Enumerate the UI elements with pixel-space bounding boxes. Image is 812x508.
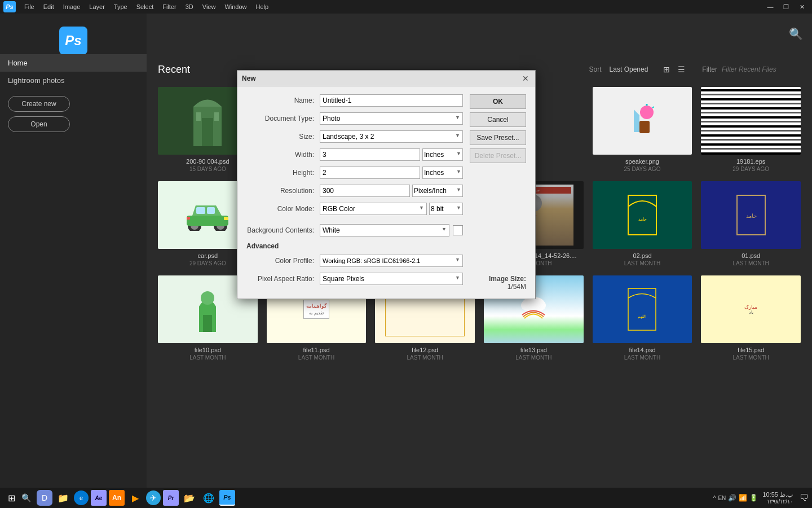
start-button[interactable]: ⊞	[3, 490, 19, 506]
open-button[interactable]: Open	[8, 116, 70, 132]
thumb-blue-poster: حامد	[734, 192, 768, 238]
sort-value[interactable]: Last Opened	[610, 65, 648, 73]
name-input[interactable]	[320, 94, 463, 107]
width-input[interactable]	[320, 148, 420, 161]
notification-button[interactable]: 🗨	[800, 493, 809, 503]
doc-type-label: Document Type:	[246, 115, 320, 122]
taskbar-premiere[interactable]: Pr	[163, 490, 179, 506]
pixel-ratio-select-wrapper: Square Pixels	[320, 273, 463, 285]
svg-rect-2	[196, 112, 201, 121]
file-item[interactable]: speaker.png 25 DAYS AGO	[593, 87, 692, 172]
bg-contents-select[interactable]: White Black Background Color Transparent	[320, 224, 449, 237]
dialog-form: Name: Document Type: Photo Size:	[246, 94, 463, 291]
height-input[interactable]	[320, 167, 420, 179]
sidebar-item-lightroom[interactable]: Lightroom photos	[0, 72, 147, 89]
resolution-row: Resolution: Pixels/Inch Pixels/Cm	[246, 185, 463, 197]
height-unit-select[interactable]: Inches Pixels	[422, 167, 463, 179]
menu-3d[interactable]: 3D	[182, 2, 197, 11]
pixel-ratio-select[interactable]: Square Pixels	[320, 273, 463, 285]
bg-select-wrapper: White Black Background Color Transparent	[320, 224, 449, 237]
menu-type[interactable]: Type	[110, 2, 131, 11]
tray-network[interactable]: 📶	[739, 494, 747, 502]
menu-layer[interactable]: Layer	[85, 2, 109, 11]
save-preset-button[interactable]: Save Preset...	[470, 130, 526, 145]
file-date: LAST MONTH	[733, 260, 769, 266]
menu-file[interactable]: File	[20, 2, 38, 11]
menu-image[interactable]: Image	[59, 2, 85, 11]
taskbar-animate[interactable]: An	[109, 490, 125, 506]
menu-edit[interactable]: Edit	[39, 2, 58, 11]
resolution-unit-select[interactable]: Pixels/Inch Pixels/Cm	[412, 185, 463, 197]
svg-rect-14	[207, 207, 215, 214]
doc-type-select[interactable]: Photo	[320, 112, 463, 125]
file-item[interactable]: حامد 01.psd LAST MONTH	[701, 181, 801, 266]
tray-lang[interactable]: EN	[718, 495, 726, 501]
list-view-button[interactable]: ☰	[675, 63, 687, 76]
color-profile-select-wrapper: Working RGB: sRGB IEC61966-2.1	[320, 255, 463, 267]
minimize-button[interactable]: —	[762, 0, 778, 14]
taskbar-ps[interactable]: Ps	[219, 490, 235, 506]
taskbar-apps: D 📁 e Ae An ▶ ✈ Pr 📂 🌐 Ps	[37, 489, 235, 506]
taskbar-edge[interactable]: e	[74, 491, 89, 505]
svg-point-38	[201, 291, 214, 305]
new-document-dialog: New ✕ Name: Document Type: Photo	[237, 70, 536, 299]
file-item[interactable]: 19181.eps 29 DAYS AGO	[701, 87, 801, 172]
color-profile-label: Color Profile:	[246, 257, 320, 265]
color-profile-select[interactable]: Working RGB: sRGB IEC61966-2.1	[320, 255, 463, 267]
clock-date: ۱۳۹۸/۱۲/۱۰	[767, 498, 793, 505]
file-item[interactable]: اللهم file14.psd LAST MONTH	[593, 275, 692, 361]
color-mode-select-wrapper: RGB Color CMYK Color Grayscale	[320, 203, 427, 215]
height-row: Height: Inches Pixels	[246, 167, 463, 179]
create-new-button[interactable]: Create new	[8, 96, 70, 112]
tray-volume[interactable]: 🔊	[728, 494, 736, 502]
global-search-icon[interactable]: 🔍	[789, 27, 803, 41]
doc-type-select-wrapper: Photo	[320, 112, 463, 125]
file-name: file15.psd	[701, 347, 801, 353]
taskbar-files[interactable]: 📂	[181, 489, 198, 506]
file-date: 29 DAYS AGO	[732, 166, 769, 172]
taskbar-ae[interactable]: Ae	[91, 490, 107, 506]
file-item[interactable]: مبارک باد file15.psd LAST MONTH	[701, 275, 801, 361]
bg-color-swatch[interactable]	[453, 225, 463, 235]
menu-help[interactable]: Help	[252, 2, 273, 11]
taskbar-discord[interactable]: D	[37, 490, 52, 506]
color-mode-select[interactable]: RGB Color CMYK Color Grayscale	[320, 203, 427, 215]
color-mode-row: Color Mode: RGB Color CMYK Color Graysca…	[246, 203, 463, 215]
size-select[interactable]: Landscape, 3 x 2	[320, 130, 463, 143]
grid-view-button[interactable]: ⊞	[660, 63, 673, 76]
file-name: speaker.png	[593, 158, 692, 165]
file-thumbnail: اللهم	[593, 275, 692, 343]
close-button[interactable]: ✕	[794, 0, 810, 14]
taskbar-clock[interactable]: 10:55 ب.ظ ۱۳۹۸/۱۲/۱۰	[762, 491, 793, 505]
clock-time: 10:55 ب.ظ	[762, 491, 793, 498]
dialog-close-button[interactable]: ✕	[520, 73, 531, 84]
file-name: file13.psd	[484, 347, 584, 353]
bit-depth-select[interactable]: 8 bit 16 bit 32 bit	[429, 203, 463, 215]
taskbar-explorer[interactable]: 📁	[55, 489, 72, 506]
taskbar-chrome[interactable]: 🌐	[200, 489, 217, 506]
delete-preset-button[interactable]: Delete Preset...	[470, 148, 526, 163]
maximize-button[interactable]: ❐	[778, 0, 794, 14]
resolution-input[interactable]	[320, 185, 410, 197]
width-unit-select[interactable]: Inches Pixels Centimeters	[422, 148, 463, 161]
menu-window[interactable]: Window	[220, 2, 250, 11]
taskbar-search-button[interactable]: 🔍	[21, 493, 31, 502]
file-date: LAST MONTH	[624, 260, 660, 266]
file-item[interactable]: حامد 02.psd LAST MONTH	[593, 181, 692, 266]
width-label: Width:	[246, 151, 320, 159]
svg-point-5	[640, 106, 654, 119]
cancel-button[interactable]: Cancel	[470, 112, 526, 127]
file-date: LAST MONTH	[407, 354, 443, 361]
sidebar-item-home[interactable]: Home	[0, 54, 147, 72]
tray-battery[interactable]: 🔋	[749, 494, 758, 502]
ok-button[interactable]: OK	[470, 94, 526, 109]
taskbar-telegram[interactable]: ✈	[146, 491, 161, 505]
filter-input[interactable]	[722, 65, 801, 73]
tray-chevron[interactable]: ^	[713, 495, 716, 501]
menu-view[interactable]: View	[198, 2, 220, 11]
app-logo: Ps	[2, 0, 17, 14]
menu-filter[interactable]: Filter	[158, 2, 180, 11]
taskbar-vlc[interactable]: ▶	[127, 489, 144, 506]
menu-select[interactable]: Select	[133, 2, 158, 11]
system-tray: ^ EN 🔊 📶 🔋	[713, 494, 758, 502]
